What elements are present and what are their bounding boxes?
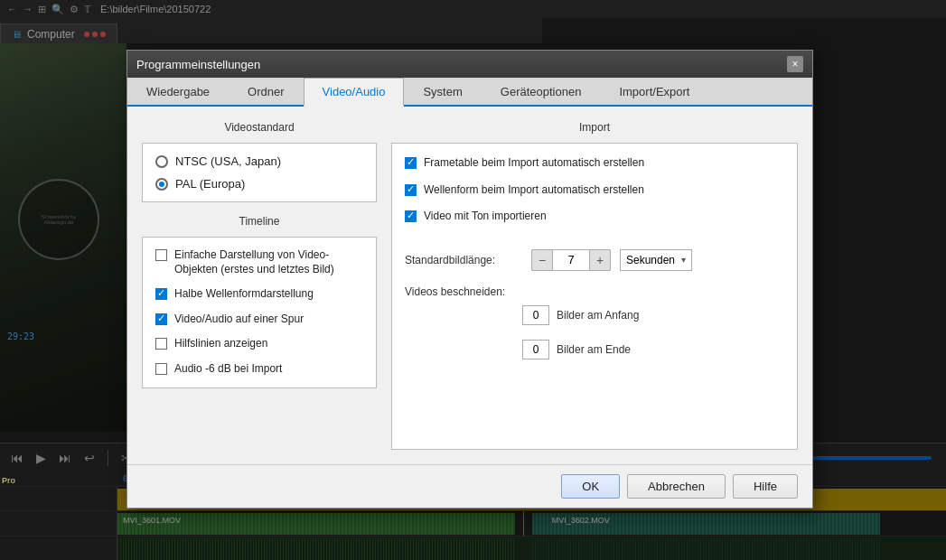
checkbox-hilfslinien[interactable]: Hilfslinien anzeigen <box>155 337 363 351</box>
videoaudio-label: Video/Audio auf einer Spur <box>174 313 304 327</box>
left-panel: Videostandard NTSC (USA, Japan) PAL (Eur… <box>142 121 377 450</box>
pal-radio[interactable]: PAL (Europa) <box>155 177 363 191</box>
videoton-box <box>405 210 417 222</box>
dialog-close-button[interactable]: × <box>787 56 803 72</box>
tab-wiedergabe[interactable]: Wiedergabe <box>127 78 229 107</box>
ende-row: 0 Bilder am Ende <box>522 340 631 359</box>
tab-importexport[interactable]: Import/Export <box>600 78 708 107</box>
help-button[interactable]: Hilfe <box>733 474 798 499</box>
einfache-box <box>155 249 167 261</box>
standardbildlaenge-label: Standardbildlänge: <box>405 254 522 266</box>
ende-value[interactable]: 0 <box>522 340 549 359</box>
timeline-title: Timeline <box>142 215 377 228</box>
plus-button[interactable]: + <box>589 249 611 271</box>
wellenform-box <box>405 184 417 196</box>
tab-system[interactable]: System <box>404 78 481 107</box>
videoton-label: Video mit Ton importieren <box>424 210 547 224</box>
checkbox-frametable[interactable]: Frametable beim Import automatisch erste… <box>405 156 784 171</box>
dialog-title: Programmeinstellungen <box>136 58 260 71</box>
checkbox-halbe[interactable]: Halbe Wellenformdarstellung <box>155 287 363 302</box>
import-section: Frametable beim Import automatisch erste… <box>391 143 798 450</box>
dialog-tabs: Wiedergabe Ordner Video/Audio System Ger… <box>127 78 812 107</box>
audio6db-box <box>155 363 167 375</box>
dialog-titlebar: Programmeinstellungen × <box>127 51 812 78</box>
tab-ordner[interactable]: Ordner <box>229 78 303 107</box>
ntsc-radio[interactable]: NTSC (USA, Japan) <box>155 154 363 168</box>
unit-label: Sekunden <box>626 254 675 266</box>
audio6db-label: Audio -6 dB bei Import <box>174 362 282 377</box>
number-control: − + <box>531 249 611 271</box>
radio-group: NTSC (USA, Japan) PAL (Europa) <box>155 154 363 191</box>
ok-button[interactable]: OK <box>561 474 620 499</box>
videos-beschneiden-row: Videos beschneiden: 0 Bilder am Anfang 0… <box>405 285 784 367</box>
unit-select-arrow: ▾ <box>681 255 686 265</box>
videoaudio-box <box>155 313 167 325</box>
halbe-box <box>155 288 167 300</box>
checkbox-videoton[interactable]: Video mit Ton importieren <box>405 210 784 224</box>
dialog-body: Videostandard NTSC (USA, Japan) PAL (Eur… <box>127 107 812 464</box>
settings-dialog: Programmeinstellungen × Wiedergabe Ordne… <box>126 50 813 509</box>
videostandard-title: Videostandard <box>142 121 377 134</box>
tab-videoaudio[interactable]: Video/Audio <box>304 78 405 107</box>
tab-geraeteoptionen[interactable]: Geräteoptionen <box>482 78 601 107</box>
checkbox-videoaudio[interactable]: Video/Audio auf einer Spur <box>155 313 363 327</box>
frametable-box <box>405 157 417 169</box>
checkbox-einfache[interactable]: Einfache Darstellung von Video-Objekten … <box>155 248 363 276</box>
hilfslinien-box <box>155 338 167 350</box>
videostandard-box: NTSC (USA, Japan) PAL (Europa) <box>142 143 377 202</box>
dialog-footer: OK Abbrechen Hilfe <box>127 464 812 508</box>
cancel-button[interactable]: Abbrechen <box>627 474 726 499</box>
pal-circle <box>155 178 168 191</box>
timeline-checkboxes: Einfache Darstellung von Video-Objekten … <box>155 248 363 377</box>
frametable-label: Frametable beim Import automatisch erste… <box>424 156 644 171</box>
einfache-label: Einfache Darstellung von Video-Objekten … <box>174 248 363 276</box>
pal-label: PAL (Europa) <box>175 177 245 191</box>
anfang-row: 0 Bilder am Anfang <box>522 305 639 325</box>
checkbox-audio6db[interactable]: Audio -6 dB bei Import <box>155 362 363 377</box>
minus-button[interactable]: − <box>531 249 553 271</box>
anfang-value[interactable]: 0 <box>522 305 549 325</box>
ntsc-label: NTSC (USA, Japan) <box>175 154 281 168</box>
standardbildlaenge-input[interactable] <box>553 249 589 271</box>
halbe-label: Halbe Wellenformdarstellung <box>174 287 314 302</box>
unit-select[interactable]: Sekunden ▾ <box>620 249 692 271</box>
checkbox-wellenform[interactable]: Wellenform beim Import automatisch erste… <box>405 183 784 198</box>
beschneiden-header: Videos beschneiden: <box>405 285 784 298</box>
import-checkboxes: Frametable beim Import automatisch erste… <box>405 156 784 224</box>
right-panel: Import Frametable beim Import automatisc… <box>391 121 798 450</box>
beschneiden-label: Videos beschneiden: <box>405 285 522 298</box>
import-title: Import <box>391 121 798 134</box>
ntsc-circle <box>155 155 168 168</box>
standardbildlaenge-row: Standardbildlänge: − + Sekunden ▾ <box>405 249 784 271</box>
hilfslinien-label: Hilfslinien anzeigen <box>174 337 267 351</box>
anfang-label: Bilder am Anfang <box>557 309 639 322</box>
wellenform-label: Wellenform beim Import automatisch erste… <box>424 183 644 198</box>
timeline-box: Einfache Darstellung von Video-Objekten … <box>142 237 377 388</box>
ende-label: Bilder am Ende <box>557 343 631 356</box>
